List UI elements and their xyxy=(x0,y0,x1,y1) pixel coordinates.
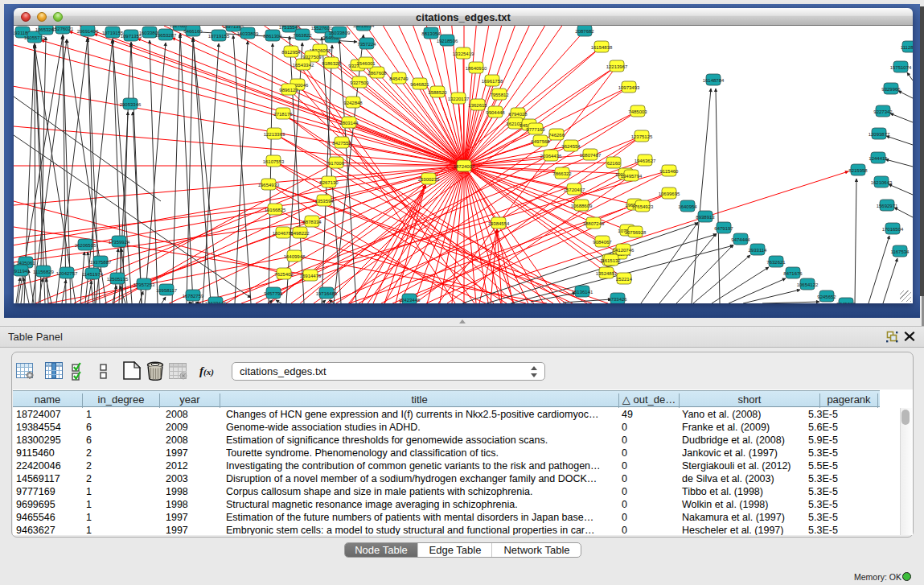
svg-text:7357224: 7357224 xyxy=(357,42,376,47)
svg-text:1588520: 1588520 xyxy=(428,90,447,95)
svg-text:16914479: 16914479 xyxy=(300,274,322,278)
svg-text:19654933: 19654933 xyxy=(258,183,280,187)
svg-text:29053346: 29053346 xyxy=(120,102,142,107)
svg-text:10973493: 10973493 xyxy=(618,85,640,90)
svg-text:7632621: 7632621 xyxy=(766,260,786,265)
svg-text:7955812: 7955812 xyxy=(490,93,509,97)
svg-text:8267130: 8267130 xyxy=(319,180,339,185)
svg-text:2087682: 2087682 xyxy=(575,29,594,34)
svg-text:16107553: 16107553 xyxy=(263,159,285,164)
svg-text:13495794: 13495794 xyxy=(621,174,643,179)
svg-text:20364436: 20364436 xyxy=(540,154,562,159)
svg-text:16033809: 16033809 xyxy=(329,31,351,35)
svg-text:9084067: 9084067 xyxy=(593,240,612,245)
svg-text:11156829: 11156829 xyxy=(33,270,54,274)
svg-text:9329966: 9329966 xyxy=(881,87,901,92)
svg-text:10653287: 10653287 xyxy=(155,33,177,38)
svg-text:9896123: 9896123 xyxy=(279,88,298,93)
svg-text:10719155: 10719155 xyxy=(208,34,230,39)
svg-text:15692971: 15692971 xyxy=(877,204,898,208)
svg-text:1112874: 1112874 xyxy=(901,45,913,50)
svg-text:9245652: 9245652 xyxy=(817,295,836,299)
svg-text:17957253: 17957253 xyxy=(133,282,155,287)
svg-text:8471676: 8471676 xyxy=(783,271,803,276)
svg-text:19463627: 19463627 xyxy=(634,159,656,163)
svg-text:15720407: 15720407 xyxy=(564,187,585,192)
svg-text:7663822: 7663822 xyxy=(293,33,312,38)
svg-text:1640954: 1640954 xyxy=(678,204,697,209)
svg-text:8912954: 8912954 xyxy=(281,50,301,55)
svg-text:12505135: 12505135 xyxy=(107,277,129,282)
svg-text:8878334: 8878334 xyxy=(302,220,322,225)
svg-text:917006: 917006 xyxy=(328,161,345,166)
svg-text:16961758: 16961758 xyxy=(482,79,503,84)
svg-text:16033809: 16033809 xyxy=(237,31,259,36)
svg-text:12093877: 12093877 xyxy=(869,132,890,137)
svg-text:16210643: 16210643 xyxy=(871,180,893,185)
svg-text:6497568: 6497568 xyxy=(531,139,550,144)
svg-text:18640910: 18640910 xyxy=(466,66,487,71)
svg-text:9474444: 9474444 xyxy=(731,237,750,242)
svg-text:16148784: 16148784 xyxy=(703,78,725,83)
svg-text:12375125: 12375125 xyxy=(631,134,653,139)
svg-text:17359924: 17359924 xyxy=(109,240,130,245)
svg-text:62160: 62160 xyxy=(607,161,621,166)
svg-text:14120746: 14120746 xyxy=(613,248,634,253)
svg-text:746266: 746266 xyxy=(548,133,565,138)
svg-text:1244415: 1244415 xyxy=(869,156,888,161)
svg-text:7625402: 7625402 xyxy=(274,272,294,277)
svg-text:12423446: 12423446 xyxy=(399,298,421,303)
svg-text:2933114: 2933114 xyxy=(749,248,768,253)
svg-text:9242848: 9242848 xyxy=(343,101,363,105)
svg-text:8813054: 8813054 xyxy=(421,31,441,36)
svg-text:19384554: 19384554 xyxy=(488,221,510,226)
svg-text:2803144: 2803144 xyxy=(339,121,359,126)
svg-text:9227342: 9227342 xyxy=(873,109,893,114)
svg-text:15136141: 15136141 xyxy=(572,290,593,295)
svg-text:8454749: 8454749 xyxy=(389,76,409,81)
svg-text:2867608: 2867608 xyxy=(368,71,387,76)
svg-text:12213967: 12213967 xyxy=(606,64,628,69)
svg-text:9904448: 9904448 xyxy=(486,110,505,115)
svg-text:8186328: 8186328 xyxy=(322,61,341,66)
svg-text:26206505: 26206505 xyxy=(75,243,97,248)
svg-text:10688609: 10688609 xyxy=(571,204,593,208)
svg-text:1167534: 1167534 xyxy=(891,249,910,254)
svg-text:18807249: 18807249 xyxy=(583,221,605,226)
svg-text:10699695: 10699695 xyxy=(659,192,680,196)
svg-text:8427552: 8427552 xyxy=(332,141,351,146)
svg-text:252214: 252214 xyxy=(616,277,633,282)
svg-text:18813054: 18813054 xyxy=(353,26,375,28)
svg-text:14055712: 14055712 xyxy=(24,35,46,40)
svg-text:12213363: 12213363 xyxy=(264,132,285,137)
svg-text:17654923: 17654923 xyxy=(632,204,654,209)
svg-text:10958117: 10958117 xyxy=(156,288,178,293)
svg-text:7485003: 7485003 xyxy=(628,109,647,114)
svg-text:13325419: 13325419 xyxy=(453,51,474,56)
svg-text:9646821: 9646821 xyxy=(410,82,429,87)
svg-text:10807487: 10807487 xyxy=(580,153,602,158)
svg-text:19375887: 19375887 xyxy=(90,260,112,265)
svg-text:5498222: 5498222 xyxy=(290,231,310,236)
svg-text:9245012: 9245012 xyxy=(836,302,856,304)
svg-text:9457791: 9457791 xyxy=(264,291,283,296)
svg-text:16154838: 16154838 xyxy=(591,45,613,50)
svg-text:10654122: 10654122 xyxy=(797,282,819,287)
svg-text:10756928: 10756928 xyxy=(625,230,647,235)
svg-text:19716485: 19716485 xyxy=(316,291,338,296)
svg-text:9327509: 9327509 xyxy=(350,80,369,85)
svg-text:15276021: 15276021 xyxy=(52,27,74,31)
svg-text:18724007: 18724007 xyxy=(454,164,475,169)
svg-text:12423446: 12423446 xyxy=(205,301,227,304)
svg-text:8215958: 8215958 xyxy=(848,168,868,173)
svg-text:1362615: 1362615 xyxy=(468,103,487,108)
svg-text:6794028: 6794028 xyxy=(508,112,528,117)
svg-text:1546001: 1546001 xyxy=(356,61,376,66)
svg-text:3911941: 3911941 xyxy=(14,269,31,274)
svg-text:16543342: 16543342 xyxy=(293,63,314,68)
svg-text:3624554: 3624554 xyxy=(561,144,581,149)
svg-text:19218506: 19218506 xyxy=(437,39,458,43)
svg-text:6479197: 6479197 xyxy=(714,226,733,231)
svg-text:8938913: 8938913 xyxy=(696,215,715,220)
svg-text:2718176: 2718176 xyxy=(273,112,293,117)
